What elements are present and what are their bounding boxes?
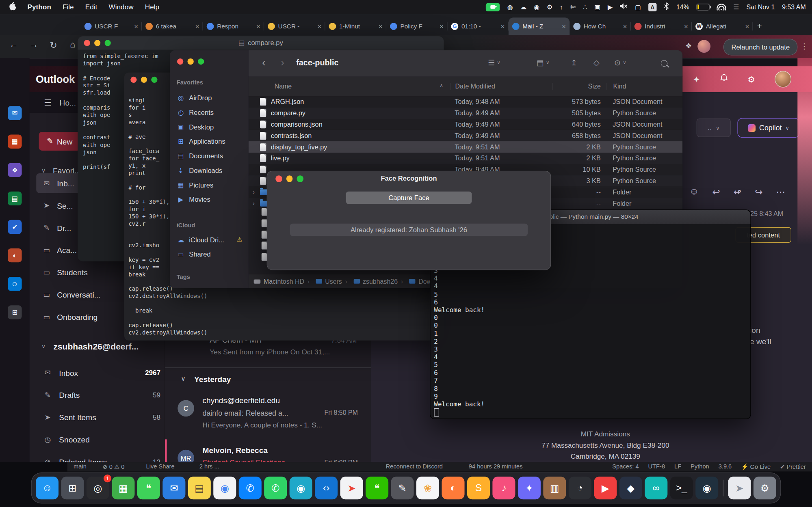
column-header-size[interactable]: Size [552, 83, 606, 90]
dock-app-icon[interactable]: ▦ [112, 477, 134, 499]
dock-app-icon[interactable]: ▶ [594, 477, 617, 499]
account-section[interactable]: ∨zsubhash26@deerf... [41, 341, 139, 351]
sidebar-item[interactable]: ▦ Pictures [174, 177, 245, 192]
hamburger-menu-icon[interactable]: ☰ [44, 98, 51, 108]
status-bar-item[interactable]: LF [674, 463, 681, 470]
sidebar-item[interactable]: ▭ Shared [174, 247, 245, 261]
browser-menu-icon[interactable]: ⋮ [801, 42, 808, 50]
dock-app-icon[interactable]: ◔ [569, 477, 591, 499]
recipients-overflow-button[interactable]: ..∨ [697, 119, 731, 137]
dock-app-icon[interactable]: ◆ [619, 477, 642, 499]
new-tab-button[interactable]: + [757, 22, 762, 35]
file-row[interactable]: ›ARGH.json Today, 9:48 AM 573 bytes JSON… [249, 96, 682, 108]
rail-app-icon[interactable]: ☺ [8, 277, 22, 291]
tab-close-icon[interactable]: ✕ [195, 24, 199, 29]
column-header-kind[interactable]: Kind [606, 83, 683, 90]
menu-file[interactable]: File [63, 3, 74, 11]
browser-tab[interactable]: Respon ✕ [203, 17, 264, 35]
tab-close-icon[interactable]: ✕ [440, 24, 444, 29]
live-share-item[interactable]: Live Share [146, 463, 175, 469]
sidebar-item[interactable]: ◎ AirDrop [174, 91, 245, 105]
tab-close-icon[interactable]: ✕ [378, 24, 383, 29]
dock-app-icon[interactable]: ∞ [645, 477, 667, 499]
update-arrow-icon[interactable]: ↑ [560, 3, 563, 11]
close-icon[interactable] [130, 77, 136, 83]
dock-app-icon[interactable]: ❝ [366, 477, 388, 499]
more-actions-icon[interactable]: ⋯ [776, 186, 786, 198]
active-app-menu[interactable]: Python [28, 3, 51, 11]
rail-app-icon[interactable]: ▦ [8, 134, 22, 148]
minimize-icon[interactable] [141, 77, 147, 83]
sidebar-item[interactable]: ⊞ Applications [174, 134, 245, 149]
disclosure-triangle-icon[interactable]: › [253, 200, 260, 206]
volume-muted-icon[interactable] [620, 3, 628, 11]
dock-app-icon[interactable]: ✎ [391, 477, 414, 499]
mail-folder-item[interactable]: ✉ Inbox 2967 [36, 363, 160, 382]
profile-avatar[interactable] [775, 71, 791, 88]
section-header-yesterday[interactable]: Yesterday [194, 375, 231, 384]
vpn-status-icon[interactable]: ◍ [507, 3, 513, 11]
dock-app-icon[interactable]: ✆ [239, 477, 262, 499]
wifi-icon[interactable] [717, 4, 726, 11]
back-icon[interactable]: ‹ [262, 56, 266, 69]
mail-folder-item[interactable]: ✎ Drafts 59 [36, 385, 160, 405]
rail-app-icon[interactable]: ◐ [8, 248, 22, 262]
rail-app-icon[interactable]: ⊞ [8, 305, 22, 319]
rail-app-icon[interactable]: ❖ [8, 163, 22, 177]
wakatime-item[interactable]: 94 hours 29 minutes [469, 463, 523, 469]
tab-close-icon[interactable]: ✕ [500, 24, 505, 29]
timer-item[interactable]: 2 hrs ... [199, 463, 219, 469]
copilot-button[interactable]: Copilot ∨ [737, 118, 799, 138]
file-row[interactable]: ›comparisons.json Today, 9:49 AM 640 byt… [249, 119, 682, 130]
browser-tab[interactable]: W Allegati ✕ [692, 17, 753, 35]
browser-profile-avatar[interactable] [697, 40, 710, 53]
status-bar-item[interactable]: ⚡ Go Live [741, 463, 771, 470]
dots-icon[interactable]: ∴ [583, 3, 587, 11]
dock-app-icon[interactable]: ▥ [543, 477, 566, 499]
status-bar-item[interactable]: ✔ Prettier [780, 463, 806, 470]
browser-tab[interactable]: How Ch ✕ [569, 17, 630, 35]
chevron-down-icon[interactable]: ∨ [181, 375, 186, 382]
mail-folder-item[interactable]: ◷ Snoozed [36, 429, 160, 449]
forward-icon[interactable]: ↪ [755, 186, 762, 198]
dock-app-icon[interactable]: ➤ [340, 477, 363, 499]
sidebar-item[interactable]: ▶ Movies [174, 192, 245, 207]
reload-icon[interactable]: ↻ [50, 40, 57, 51]
email-list-item[interactable]: C chynds@deerfield.edu dainfo email: Rel… [165, 390, 371, 439]
play-icon[interactable]: ▶ [608, 3, 613, 11]
zoom-icon[interactable] [151, 77, 157, 83]
browser-tab[interactable]: Mail - Z ✕ [509, 17, 569, 35]
traffic-lights[interactable] [177, 58, 204, 65]
menu-bar-date[interactable]: Sat Nov 1 [746, 3, 775, 11]
sidebar-item[interactable]: ▣ Desktop [174, 119, 245, 134]
dock-app-icon[interactable]: ❀ [416, 477, 439, 499]
git-branch-item[interactable]: main [74, 463, 87, 469]
dock-app-icon[interactable]: ‹› [315, 477, 338, 499]
status-bar-item[interactable]: Python [691, 463, 709, 470]
more-actions-icon[interactable]: ⊙∨ [614, 58, 626, 67]
emoji-reaction-icon[interactable]: ☺ [689, 186, 699, 198]
menu-bar-clock[interactable]: 9:53 AM [782, 3, 806, 11]
window-title-bar[interactable]: ▤compare.py [78, 36, 444, 50]
tab-close-icon[interactable]: ✕ [745, 24, 749, 29]
sidebar-item[interactable]: ◷ Recents [174, 105, 245, 120]
dock-app-icon[interactable]: ☺ [36, 477, 58, 499]
status-bar-item[interactable]: Spaces: 4 [612, 463, 639, 470]
dock-app-icon[interactable]: ✆ [264, 477, 287, 499]
column-header-date[interactable]: Date Modified [450, 83, 552, 90]
display-icon[interactable]: ▢ [635, 3, 641, 11]
tag-icon[interactable]: ◇ [593, 58, 600, 67]
disclosure-triangle-icon[interactable]: › [253, 189, 260, 195]
status-bar-item[interactable]: UTF-8 [648, 463, 665, 470]
group-view-icon[interactable]: ▤∨ [537, 58, 550, 67]
menu-window[interactable]: Window [108, 3, 133, 11]
search-icon[interactable] [661, 60, 668, 67]
battery-icon[interactable] [697, 4, 710, 11]
dock-app-icon[interactable]: ✉ [162, 477, 185, 499]
dock-app-icon[interactable]: ❝ [137, 477, 160, 499]
zoom-icon[interactable] [198, 58, 204, 65]
tab-close-icon[interactable]: ✕ [562, 24, 566, 29]
rail-app-icon[interactable]: ✔ [8, 220, 22, 234]
dock-app-icon[interactable]: ◉ [290, 477, 312, 499]
list-view-icon[interactable]: ☰∨ [488, 58, 500, 67]
